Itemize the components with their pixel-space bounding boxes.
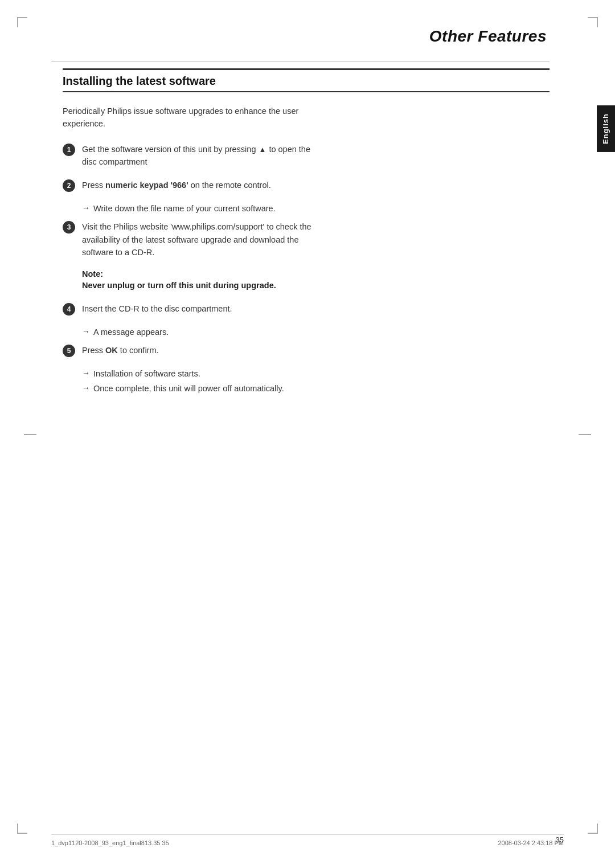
arrow-symbol: → [82, 202, 90, 215]
english-tab: English [597, 105, 615, 152]
footer-right: 2008-03-24 2:43:18 PM [498, 840, 564, 846]
step-2-arrow-1: → Write down the file name of your curre… [82, 202, 321, 215]
note-box: Note: Never unplug or turn off this unit… [82, 269, 321, 292]
page-header: Other Features [51, 27, 547, 46]
step-number-4: 4 [63, 303, 75, 316]
step-number-5: 5 [63, 345, 75, 357]
step-content-1: Get the software version of this unit by… [82, 143, 319, 169]
step-2-bold: numeric keypad '966' [105, 181, 188, 190]
step-4-arrow-1: → A message appears. [82, 326, 321, 338]
step-content-3: Visit the Philips website 'www.philips.c… [82, 220, 319, 259]
section-header: Installing the latest software [63, 68, 550, 92]
step-1: 1 Get the software version of this unit … [63, 143, 319, 169]
step-4-wrapper: 4 Insert the CD-R to the disc compartmen… [63, 302, 550, 338]
footer: 1_dvp1120-2008_93_eng1_final813.35 35 20… [51, 834, 564, 846]
step-5-arrow-text-1: Installation of software starts. [93, 367, 200, 380]
footer-left: 1_dvp1120-2008_93_eng1_final813.35 35 [51, 840, 169, 846]
note-body: Never unplug or turn off this unit durin… [82, 280, 321, 292]
steps-list-2: 4 Insert the CD-R to the disc compartmen… [63, 302, 550, 395]
corner-mark-tr [588, 17, 598, 27]
page-number: 35 [556, 836, 564, 844]
eject-icon: ▲ [259, 144, 266, 155]
top-rule [51, 62, 550, 62]
arrow-symbol-5b: → [82, 382, 90, 395]
step-5-arrow-2: → Once complete, this unit will power of… [82, 382, 321, 395]
corner-mark-tl [17, 17, 27, 27]
corner-mark-br [588, 824, 598, 834]
step-4: 4 Insert the CD-R to the disc compartmen… [63, 302, 319, 316]
arrow-symbol-4: → [82, 326, 90, 338]
step-5-wrapper: 5 Press OK to confirm. → Installation of… [63, 344, 550, 395]
intro-text: Periodically Philips issue software upgr… [63, 105, 302, 130]
step-content-4: Insert the CD-R to the disc compartment. [82, 302, 319, 315]
step-2-wrapper: 2 Press numeric keypad '966' on the remo… [63, 179, 550, 215]
step-3: 3 Visit the Philips website 'www.philips… [63, 220, 319, 259]
main-content: Installing the latest software Periodica… [63, 68, 550, 800]
step-5-arrow-text-2: Once complete, this unit will power off … [93, 382, 284, 395]
step-5-arrow-1: → Installation of software starts. [82, 367, 321, 380]
step-4-arrow-text: A message appears. [93, 326, 169, 338]
page: English Other Features Installing the la… [0, 0, 615, 868]
right-mark [579, 434, 591, 435]
step-2: 2 Press numeric keypad '966' on the remo… [63, 179, 319, 192]
step-5: 5 Press OK to confirm. [63, 344, 319, 357]
step-number-3: 3 [63, 221, 75, 234]
step-content-2: Press numeric keypad '966' on the remote… [82, 179, 319, 191]
arrow-symbol-5a: → [82, 367, 90, 380]
corner-mark-bl [17, 824, 27, 834]
step-5-bold: OK [105, 346, 118, 355]
left-mark [24, 434, 36, 435]
step-number-1: 1 [63, 144, 75, 156]
step-2-arrow-text: Write down the file name of your current… [93, 202, 276, 215]
page-title: Other Features [429, 27, 547, 46]
step-content-5: Press OK to confirm. [82, 344, 319, 357]
step-number-2: 2 [63, 179, 75, 192]
section-title: Installing the latest software [63, 75, 216, 87]
steps-list: 1 Get the software version of this unit … [63, 143, 550, 259]
note-title: Note: [82, 269, 321, 279]
